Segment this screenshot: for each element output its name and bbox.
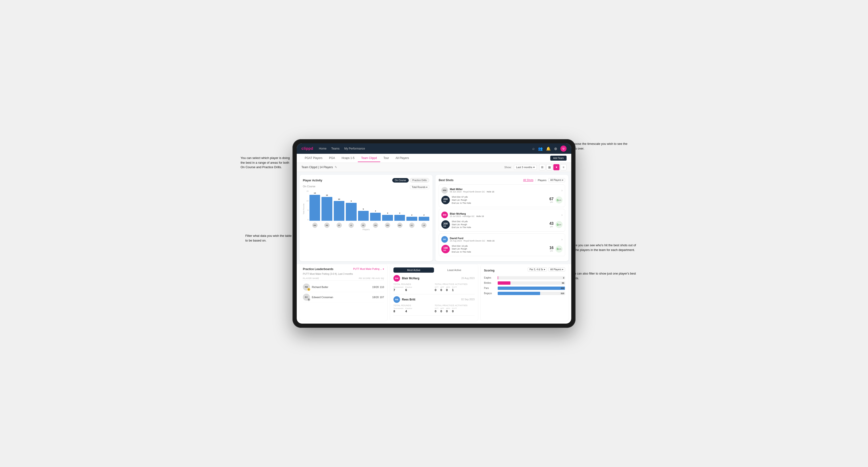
active-player-name-0: Blair McHarg [402, 277, 460, 280]
bar-ecrossman: 2 EC [406, 214, 417, 221]
shot-metric-zero-0: 0 yds [555, 196, 563, 204]
toggle-practice-drills[interactable]: Practice Drills [410, 178, 429, 183]
scoring-bar-pars: 499 [498, 286, 565, 290]
scoring-row-eagles: Eagles 3 [484, 276, 565, 280]
tab-all-players[interactable]: All Players [392, 154, 412, 162]
most-active-card: Most Active Least Active BM Blair McHarg… [390, 264, 478, 321]
practice-leaderboards-card: Practice Leaderboards PUTT Must Make Put… [300, 264, 387, 321]
lb-avg-0: 110 [380, 286, 384, 288]
view-heart-button[interactable]: ♥ [553, 164, 559, 170]
player-lb-avatar-0: RB 1 [303, 283, 310, 290]
avatar[interactable]: U [560, 146, 566, 152]
shots-tab-all[interactable]: All Shots [523, 179, 533, 182]
tab-hcaps[interactable]: Hcaps 1-5 [338, 154, 358, 162]
chevron-down-icon: ▾ [562, 268, 563, 271]
active-player-header-0: BM Blair McHarg 26 Aug 2023 [394, 275, 474, 282]
player-lb-name-0: Richard Butler [312, 286, 328, 288]
plus-circle-icon[interactable]: ⊕ [554, 147, 557, 151]
y-axis: 15 10 5 0 [303, 190, 309, 221]
show-dropdown[interactable]: Last 3 months ▾ [514, 165, 537, 170]
player-lb-name-1: Edward Crossman [312, 296, 333, 299]
par-filter-dropdown[interactable]: Par 3, 4 & 5s ▾ [528, 268, 547, 272]
nav-my-performance[interactable]: My Performance [344, 146, 365, 151]
avatar-mmiller: MM [397, 223, 402, 228]
chevron-right-icon[interactable]: › [561, 238, 563, 241]
search-icon[interactable]: ⌕ [532, 147, 535, 151]
avatar-rbutler: RB [385, 223, 390, 228]
scoring-bar-bogeys: 315 [498, 292, 565, 295]
people-icon[interactable]: 👥 [538, 147, 543, 151]
logo: clippd [302, 147, 313, 151]
col-player-name: PLAYER NAME [303, 277, 358, 280]
bottom-section: Practice Leaderboards PUTT Must Make Put… [297, 264, 571, 323]
y-tick-15: 15 [303, 190, 309, 192]
scoring-bar-eagles: 3 [498, 276, 565, 280]
player-cell-0: RB 1 Richard Butler [303, 283, 371, 290]
lb-score-1: 18/20 [372, 296, 379, 299]
leaderboard-title: Practice Leaderboards [303, 268, 333, 271]
active-stat-practice-1: Total Practice Activities GTT 0 APP 0 [435, 304, 474, 313]
bar-jcoles: 9 JC [346, 200, 356, 221]
chevron-down-icon: ▾ [383, 268, 384, 270]
shot-player-detail-0: 09 Jun 2023 · Royal North Devon GC Hole … [450, 191, 559, 193]
scoring-label-birdies: Birdies [484, 282, 496, 284]
top-nav: clippd Home Teams My Performance ⌕ 👥 🔔 ⊕… [297, 144, 571, 154]
shots-tab-players[interactable]: Players [538, 179, 547, 182]
avatar-ecrossman: EC [409, 223, 414, 228]
view-list-button[interactable]: ≡ [560, 164, 566, 170]
player-lb-avatar-1: EC 2 [303, 294, 310, 301]
chart-header: On Course Total Rounds ▾ [303, 185, 429, 189]
lb-score-0: 19/20 [372, 286, 379, 288]
active-avatar-1: RB [394, 296, 400, 303]
tab-pgat-players[interactable]: PGAT Players [302, 154, 326, 162]
bar-rbritt: 12 RB [321, 194, 332, 221]
chevron-right-icon[interactable]: › [561, 213, 563, 217]
edit-icon[interactable]: ✎ [335, 165, 337, 169]
shot-details-0: Shot Dist: 67 yds Start Lie: Rough End L… [452, 195, 548, 205]
tab-least-active[interactable]: Least Active [434, 268, 474, 273]
active-stat-rounds-1: Total Rounds Tournament 8 Practice 4 [394, 304, 433, 313]
show-label: Show: [504, 166, 512, 168]
nav-teams[interactable]: Teams [331, 146, 339, 151]
annotation-player-select: You can select which player is doing the… [241, 156, 292, 169]
col-pb-avg: PB AVG SQ [372, 277, 384, 280]
tab-tour[interactable]: Tour [380, 154, 392, 162]
add-team-button[interactable]: Add Team [550, 156, 566, 161]
x-axis-title: Players [303, 228, 429, 231]
bell-icon[interactable]: 🔔 [546, 147, 551, 151]
player-activity-header: Player Activity On Course Practice Drill… [303, 178, 429, 183]
nav-home[interactable]: Home [319, 146, 327, 151]
all-players-dropdown[interactable]: All Players ▾ [549, 178, 565, 182]
scoring-label-bogeys: Bogeys [484, 292, 496, 294]
tab-team-clippd[interactable]: Team Clippd [358, 154, 380, 162]
page-wrapper: Choose the timescale you wish to see the… [292, 139, 576, 328]
leaderboard-drill-dropdown[interactable]: PUTT Must Make Putting ... ▾ [353, 268, 384, 270]
shots-filter-row: All Shots | Players All Players ▾ [523, 178, 565, 182]
shot-badge-2: 198 SG [441, 245, 450, 253]
view-grid-button[interactable]: ⊞ [539, 164, 545, 170]
shot-item-2: DF David Ford 24 Aug 2023 · Royal North … [439, 234, 565, 256]
scoring-player-label: All Players [550, 268, 561, 271]
bar-dford: 10 DF [334, 198, 344, 221]
bar-lrobertson: 2 LR [418, 214, 429, 221]
scoring-bar-value-eagles: 3 [563, 277, 564, 279]
tab-most-active[interactable]: Most Active [394, 268, 434, 273]
scoring-header: Scoring Par 3, 4 & 5s ▾ All Players ▾ [484, 268, 565, 274]
shot-avatar-1: BM [441, 212, 448, 218]
shot-stats-row-1: 200 SG Shot Dist: 43 yds Start Lie: Roug… [441, 220, 563, 229]
toggle-buttons: On Course Practice Drills [392, 178, 429, 183]
active-date-1: 02 Sep 2023 [461, 298, 474, 301]
active-player-1: RB Rees Britt 02 Sep 2023 Total Rounds T… [394, 296, 474, 316]
scoring-bar-birdies: 96 [498, 281, 565, 285]
sub-nav: PGAT Players PGA Hcaps 1-5 Team Clippd T… [297, 154, 571, 163]
scoring-row-birdies: Birdies 96 [484, 281, 565, 285]
scoring-bar-value-pars: 499 [561, 287, 564, 289]
view-cards-button[interactable]: ▦ [546, 164, 552, 170]
scoring-player-dropdown[interactable]: All Players ▾ [549, 268, 565, 272]
avatar-rbritt: RB [324, 223, 330, 228]
toggle-on-course[interactable]: On Course [392, 178, 409, 183]
chart-filter-dropdown[interactable]: Total Rounds ▾ [410, 185, 429, 189]
annotation-best-shots: Here you can see who's hit the best shot… [571, 243, 637, 252]
chevron-right-icon[interactable]: › [561, 188, 563, 192]
tab-pga[interactable]: PGA [326, 154, 338, 162]
